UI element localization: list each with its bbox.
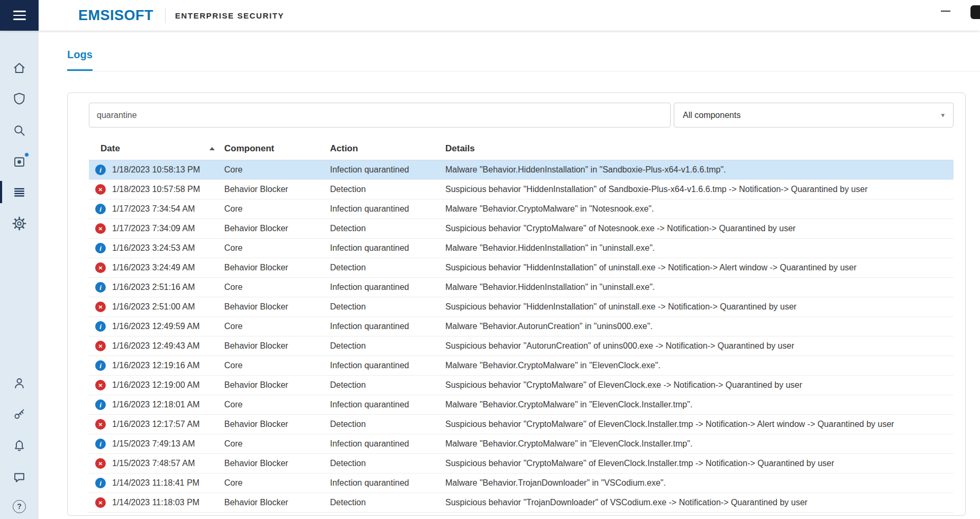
cell-date: 1/16/2023 3:24:53 AM (112, 243, 224, 253)
quarantine-icon (12, 154, 26, 169)
logs-icon (12, 185, 26, 199)
error-icon: ✕ (95, 184, 106, 195)
cell-details: Malware "Behavior.CryptoMalware" in "Ele… (445, 400, 954, 409)
cell-date: 1/17/2023 7:34:09 AM (112, 224, 224, 233)
table-body: i1/18/2023 10:58:13 PMCoreInfection quar… (89, 160, 954, 513)
tab-logs[interactable]: Logs (67, 49, 93, 71)
cell-severity: i (89, 204, 112, 214)
cell-action: Infection quarantined (330, 361, 445, 370)
error-icon: ✕ (95, 262, 106, 273)
chevron-down-icon: ▾ (941, 111, 945, 119)
home-icon (12, 61, 26, 75)
cell-component: Core (224, 439, 330, 449)
table-row[interactable]: i1/16/2023 3:24:53 AMCoreInfection quara… (89, 239, 954, 258)
cell-action: Detection (330, 263, 445, 272)
cell-date: 1/14/2023 11:18:41 PM (112, 478, 224, 488)
column-header-action[interactable]: Action (330, 143, 445, 154)
cell-severity: i (89, 439, 112, 449)
cell-severity: ✕ (89, 184, 112, 195)
cell-action: Infection quarantined (330, 204, 445, 214)
cell-component: Behavior Blocker (224, 420, 330, 429)
cell-date: 1/16/2023 12:19:16 AM (112, 361, 224, 370)
table-row[interactable]: ✕1/16/2023 12:19:00 AMBehavior BlockerDe… (89, 376, 954, 395)
tab-strip: Logs (67, 49, 980, 71)
cell-action: Detection (330, 224, 445, 233)
sidebar-item-protection[interactable] (0, 86, 39, 111)
sidebar-item-license[interactable] (0, 401, 39, 426)
cell-component: Behavior Blocker (224, 380, 330, 390)
cell-details: Suspicious behavior "HiddenInstallation"… (445, 302, 954, 312)
cell-component: Behavior Blocker (224, 341, 330, 351)
cell-action: Detection (330, 302, 445, 312)
table-row[interactable]: ✕1/15/2023 7:48:57 AMBehavior BlockerDet… (89, 454, 954, 474)
cell-action: Infection quarantined (330, 400, 445, 409)
cell-component: Core (224, 361, 330, 370)
cell-date: 1/16/2023 2:51:16 AM (112, 283, 224, 292)
column-header-date[interactable]: Date (89, 143, 224, 154)
cell-action: Infection quarantined (330, 283, 445, 292)
cell-date: 1/17/2023 7:34:54 AM (112, 204, 224, 214)
column-header-details[interactable]: Details (445, 143, 954, 154)
table-row[interactable]: i1/14/2023 11:18:41 PMCoreInfection quar… (89, 474, 954, 493)
table-row[interactable]: ✕1/18/2023 10:57:58 PMBehavior BlockerDe… (89, 180, 954, 199)
info-icon: i (95, 243, 106, 253)
sidebar-item-settings[interactable] (0, 211, 39, 236)
table-row[interactable]: ✕1/16/2023 2:51:00 AMBehavior BlockerDet… (89, 297, 954, 317)
table-row[interactable]: i1/16/2023 12:18:01 AMCoreInfection quar… (89, 395, 954, 415)
error-icon: ✕ (95, 341, 106, 351)
table-row[interactable]: i1/16/2023 2:51:16 AMCoreInfection quara… (89, 278, 954, 297)
sidebar-item-help[interactable]: ? (0, 494, 39, 519)
search-input[interactable] (89, 103, 671, 128)
brand-divider (165, 7, 166, 23)
table-row[interactable]: i1/17/2023 7:34:54 AMCoreInfection quara… (89, 199, 954, 219)
cell-details: Malware "Behavior.CryptoMalware" in "Ele… (445, 361, 954, 370)
cell-action: Infection quarantined (330, 322, 445, 331)
cell-action: Infection quarantined (330, 478, 445, 488)
table-row[interactable]: ✕1/16/2023 12:49:43 AMBehavior BlockerDe… (89, 336, 954, 356)
table-row[interactable]: ✕1/16/2023 12:17:57 AMBehavior BlockerDe… (89, 415, 954, 434)
filter-row: All components ▾ (89, 103, 954, 128)
column-header-component[interactable]: Component (224, 143, 330, 154)
info-icon: i (95, 399, 106, 410)
cell-component: Core (224, 478, 330, 488)
error-icon: ✕ (95, 458, 106, 469)
info-icon: i (95, 360, 106, 371)
key-icon (12, 407, 26, 421)
table-row[interactable]: i1/16/2023 12:19:16 AMCoreInfection quar… (89, 356, 954, 376)
sidebar-item-notifications[interactable] (0, 433, 39, 458)
table-row[interactable]: ✕1/16/2023 3:24:49 AMBehavior BlockerDet… (89, 258, 954, 278)
cell-action: Infection quarantined (330, 439, 445, 449)
menu-button[interactable] (0, 0, 39, 31)
cell-severity: ✕ (89, 223, 112, 234)
minimize-icon[interactable] (941, 11, 950, 12)
cell-component: Core (224, 283, 330, 292)
cell-details: Malware "Behavior.CryptoMalware" in "Ele… (445, 439, 954, 449)
cell-severity: i (89, 321, 112, 332)
sidebar-item-home[interactable] (0, 55, 39, 80)
shield-icon (12, 92, 26, 106)
cell-severity: i (89, 360, 112, 371)
product-subtitle: ENTERPRISE SECURITY (175, 11, 284, 20)
hamburger-icon (13, 11, 26, 12)
cell-severity: i (89, 165, 112, 175)
cell-date: 1/16/2023 12:49:43 AM (112, 341, 224, 351)
hamburger-icon (13, 15, 26, 16)
sidebar-item-feedback[interactable] (0, 464, 39, 489)
info-icon: i (95, 204, 106, 214)
table-row[interactable]: ✕1/14/2023 11:18:03 PMBehavior BlockerDe… (89, 493, 954, 513)
components-dropdown[interactable]: All components ▾ (674, 103, 954, 128)
sidebar-item-scan[interactable] (0, 117, 39, 143)
cell-severity: ✕ (89, 419, 112, 430)
sidebar-item-quarantine[interactable] (0, 149, 39, 174)
table-row[interactable]: i1/18/2023 10:58:13 PMCoreInfection quar… (89, 160, 954, 180)
cell-action: Infection quarantined (330, 243, 445, 253)
bell-icon (12, 439, 26, 453)
cell-action: Detection (330, 380, 445, 390)
table-row[interactable]: ✕1/17/2023 7:34:09 AMBehavior BlockerDet… (89, 219, 954, 239)
table-row[interactable]: i1/15/2023 7:49:13 AMCoreInfection quara… (89, 434, 954, 454)
table-row[interactable]: i1/16/2023 12:49:59 AMCoreInfection quar… (89, 317, 954, 336)
maximize-icon[interactable] (970, 5, 980, 19)
hamburger-icon (13, 19, 26, 20)
sidebar-item-account[interactable] (0, 370, 39, 396)
sidebar-item-logs[interactable] (0, 179, 39, 205)
